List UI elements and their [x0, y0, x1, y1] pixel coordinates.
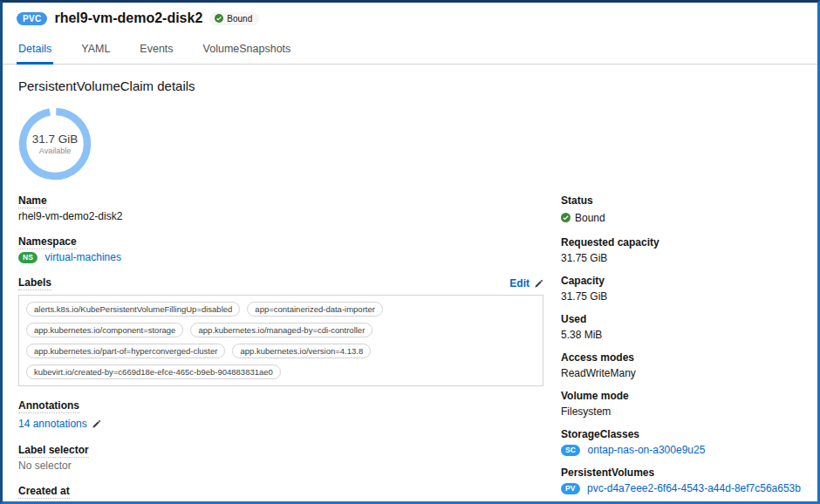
used-label: Used — [561, 313, 802, 325]
sc-badge: SC — [561, 445, 580, 456]
tab-details[interactable]: Details — [17, 37, 53, 65]
tab-bar: Details YAML Events VolumeSnapshots — [3, 37, 817, 65]
status-value: Bound — [575, 212, 605, 224]
persistentvolume-link[interactable]: pvc-d4a7eee2-6f64-4543-a44d-8ef7c56a653b — [587, 482, 801, 494]
annotations-link[interactable]: 14 annotations — [18, 418, 87, 430]
donut-available-sublabel: Available — [39, 146, 71, 155]
label-selector-label: Label selector — [18, 444, 561, 456]
donut-center-label: 31.7 GiB Available — [18, 107, 92, 180]
label-pill: alerts.k8s.io/KubePersistentVolumeFillin… — [26, 302, 240, 317]
storageclass-link[interactable]: ontap-nas-on-a300e9u25 — [588, 444, 706, 456]
field-storageclasses: StorageClasses SC ontap-nas-on-a300e9u25 — [561, 428, 802, 456]
field-namespace: Namespace NS virtual-machines — [18, 235, 561, 263]
field-status: Status Bound — [561, 194, 802, 226]
pencil-icon[interactable] — [534, 279, 543, 289]
field-used: Used 5.38 MiB — [561, 313, 802, 341]
label-pill: app.kubernetes.io/component=storage — [26, 323, 183, 337]
field-requested-capacity: Requested capacity 31.75 GiB — [561, 236, 802, 264]
details-right-column: Status Bound Requested capacity 31.75 Gi… — [561, 194, 802, 504]
check-circle-icon — [561, 213, 571, 222]
label-pill: app=containerized-data-importer — [247, 302, 383, 317]
name-value: rhel9-vm-demo2-disk2 — [18, 210, 561, 222]
name-label: Name — [18, 194, 561, 207]
field-persistentvolumes: PersistentVolumes PV pvc-d4a7eee2-6f64-4… — [561, 467, 802, 494]
used-value: 5.38 MiB — [561, 329, 802, 341]
field-annotations: Annotations 14 annotations — [18, 399, 561, 431]
namespace-link[interactable]: virtual-machines — [45, 251, 121, 263]
created-at-label: Created at — [18, 485, 561, 497]
status-label: Status — [561, 194, 802, 207]
volume-mode-label: Volume mode — [561, 390, 802, 402]
pvc-details-page: PVC rhel9-vm-demo2-disk2 Bound Details Y… — [0, 0, 820, 504]
field-capacity: Capacity 31.75 GiB — [561, 275, 802, 303]
access-modes-label: Access modes — [561, 351, 802, 364]
field-label-selector: Label selector No selector — [18, 444, 561, 472]
field-labels: Labels Edit alerts.k8s.io/KubePersistent… — [18, 276, 561, 386]
section-title: PersistentVolumeClaim details — [18, 78, 802, 93]
field-name: Name rhel9-vm-demo2-disk2 — [18, 194, 561, 222]
check-circle-icon — [215, 14, 223, 23]
details-left-column: Name rhel9-vm-demo2-disk2 Namespace NS v… — [18, 194, 561, 504]
field-access-modes: Access modes ReadWriteMany — [561, 351, 802, 379]
label-pill: app.kubernetes.io/managed-by=cdi-control… — [190, 323, 372, 337]
capacity-label: Capacity — [561, 275, 802, 287]
details-grid: Name rhel9-vm-demo2-disk2 Namespace NS v… — [18, 194, 802, 504]
label-pill: kubevirt.io/created-by=c669d18e-efce-465… — [26, 364, 281, 379]
tab-yaml[interactable]: YAML — [79, 37, 112, 64]
requested-capacity-label: Requested capacity — [561, 236, 802, 249]
donut-available-value: 31.7 GiB — [32, 133, 79, 146]
page-title: rhel9-vm-demo2-disk2 — [54, 10, 202, 26]
labels-label: Labels — [18, 276, 51, 290]
tab-events[interactable]: Events — [138, 37, 174, 64]
field-volume-mode: Volume mode Filesystem — [561, 390, 802, 418]
namespace-label: Namespace — [18, 235, 561, 248]
pencil-icon[interactable] — [92, 419, 101, 429]
storageclasses-label: StorageClasses — [561, 428, 802, 440]
page-header: PVC rhel9-vm-demo2-disk2 Bound — [3, 3, 817, 26]
status-badge-label: Bound — [227, 14, 252, 24]
namespace-badge: NS — [18, 252, 38, 263]
access-modes-value: ReadWriteMany — [561, 367, 802, 379]
label-pill: app.kubernetes.io/part-of=hyperconverged… — [26, 344, 225, 358]
field-created-at: Created at Apr 9, 2024, 1:31 PM — [18, 485, 561, 504]
annotations-label: Annotations — [18, 399, 561, 412]
labels-edit-button[interactable]: Edit — [509, 277, 530, 289]
pvc-kind-badge: PVC — [17, 12, 47, 25]
capacity-value: 31.75 GiB — [561, 290, 802, 303]
labels-group: alerts.k8s.io/KubePersistentVolumeFillin… — [18, 295, 543, 386]
pv-badge: PV — [561, 483, 580, 494]
capacity-donut-chart: 31.7 GiB Available — [18, 107, 92, 180]
status-badge: Bound — [209, 12, 259, 25]
tab-volumesnapshots[interactable]: VolumeSnapshots — [202, 37, 293, 64]
volume-mode-value: Filesystem — [561, 405, 802, 418]
label-pill: app.kubernetes.io/version=4.13.8 — [232, 344, 371, 358]
requested-capacity-value: 31.75 GiB — [561, 252, 802, 264]
details-section: PersistentVolumeClaim details 31.7 GiB A… — [3, 78, 817, 504]
persistentvolumes-label: PersistentVolumes — [561, 467, 802, 479]
label-selector-value: No selector — [18, 460, 561, 472]
